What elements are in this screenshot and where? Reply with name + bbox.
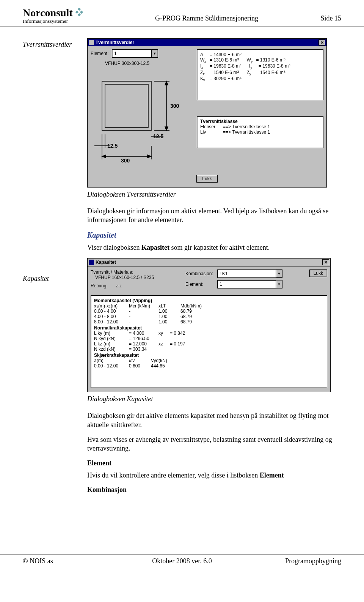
footer-version: Oktober 2008 ver. 6.0 — [129, 557, 235, 565]
svg-text:12.5: 12.5 — [153, 133, 163, 139]
svg-text:300: 300 — [170, 103, 179, 109]
para-element: Hvis du vil kontrollere andre elementer,… — [87, 471, 341, 480]
footer-section: Programoppbygning — [235, 557, 341, 565]
header-page-num: Side 15 — [300, 7, 341, 22]
page-header: Norconsult Informasjonssystemer G-PROG R… — [0, 0, 364, 27]
dialog-title: Kapasitet — [96, 260, 116, 265]
cross-section-drawing: 300 12.5 12.5 300 — [91, 70, 197, 170]
close-icon[interactable]: ✕ — [322, 259, 329, 265]
chevron-down-icon[interactable]: ▼ — [151, 50, 158, 57]
element-dropdown[interactable]: 1 ▼ — [112, 49, 158, 58]
close-button[interactable]: Lukk — [309, 269, 327, 277]
svg-marker-15 — [147, 155, 151, 158]
page-footer: © NOIS as Oktober 2008 ver. 6.0 Programo… — [0, 555, 364, 570]
caption-tverrsnitt: Dialogboksen Tverssnittsverdier — [87, 191, 341, 199]
header-title: G-PROG Ramme Ståldimensjonering — [114, 7, 300, 22]
close-icon[interactable]: ✕ — [318, 39, 325, 46]
svg-text:12.5: 12.5 — [107, 143, 118, 149]
chevron-down-icon[interactable]: ▼ — [276, 270, 282, 277]
section-class-panel: Tverrsnittsklasse Flenser==> Tverrsnitts… — [197, 116, 323, 148]
element-dropdown[interactable]: 1 ▼ — [217, 280, 282, 288]
close-button[interactable]: Lukk — [196, 175, 217, 183]
para-tv-1: Dialogboksen gir informasjon om aktivt e… — [87, 207, 341, 225]
para-kap-2: Hva som vises er avhengig av tverrsnitts… — [87, 435, 341, 453]
element-label: Element: — [91, 51, 112, 56]
section-props-panel: A= 14300 E-6 m2 Wz= 1310 E-6 m3 Wy= 1310… — [197, 49, 323, 100]
svg-marker-14 — [102, 155, 106, 158]
kombinasjon-dropdown[interactable]: LK1 ▼ — [217, 269, 282, 278]
dialog-kapasitet: Kapasitet ✕ Tverrsnitt / Materiale: VFHU… — [87, 258, 331, 392]
margin-label-tverrsnitt: Tverrsnittsverdier — [23, 41, 87, 49]
margin-label-kapasitet: Kapasitet — [23, 275, 87, 283]
svg-rect-3 — [77, 13, 80, 16]
footer-copyright: © NOIS as — [23, 557, 129, 565]
dialog-title: Tverrsnittsverdier — [96, 40, 134, 45]
retning-value: z-z — [116, 283, 122, 288]
komb-label: Kombinasjon: — [185, 271, 217, 276]
dialog-tverrsnittsverdier: Tverrsnittsverdier ✕ Element: 1 ▼ VF — [87, 38, 327, 188]
svg-rect-5 — [105, 84, 148, 128]
svg-marker-9 — [165, 81, 168, 85]
svg-rect-2 — [80, 11, 83, 14]
tv-mat-value: VFHUP 160x160-12.5 / S235 — [91, 275, 185, 280]
logo: Norconsult Informasjonssystemer — [23, 7, 114, 24]
tv-mat-label: Tverrsnitt / Materiale: — [91, 269, 185, 275]
window-icon — [89, 40, 94, 45]
profile-name: VFHUP 300x300-12.5 — [105, 61, 197, 66]
logo-text: Norconsult — [23, 7, 73, 19]
retning-label: Retning: — [91, 283, 108, 288]
heading-kombinasjon: Kombinasjon — [87, 486, 341, 494]
elem-label: Element: — [185, 282, 217, 287]
svg-rect-4 — [102, 81, 151, 131]
svg-marker-10 — [165, 127, 168, 131]
caption-kapasitet: Dialogboksen Kapasitet — [87, 395, 341, 403]
logo-diamonds-icon — [75, 8, 83, 18]
heading-kapasitet: Kapasitet — [87, 231, 341, 240]
svg-rect-0 — [77, 8, 80, 11]
logo-subtitle: Informasjonssystemer — [23, 18, 114, 24]
window-icon — [89, 260, 94, 265]
svg-text:300: 300 — [121, 158, 130, 164]
para-kap-desc: Viser dialogboksen Kapasitet som gir kap… — [87, 243, 341, 252]
svg-rect-1 — [75, 11, 78, 14]
chevron-down-icon[interactable]: ▼ — [276, 281, 282, 288]
para-kap-1: Dialogboksen gir det aktive elements kap… — [87, 411, 341, 429]
results-panel: Momentkapasitet (Vipping) x₁(m)-x₂(m) Mc… — [91, 295, 327, 388]
heading-element: Element — [87, 459, 341, 467]
